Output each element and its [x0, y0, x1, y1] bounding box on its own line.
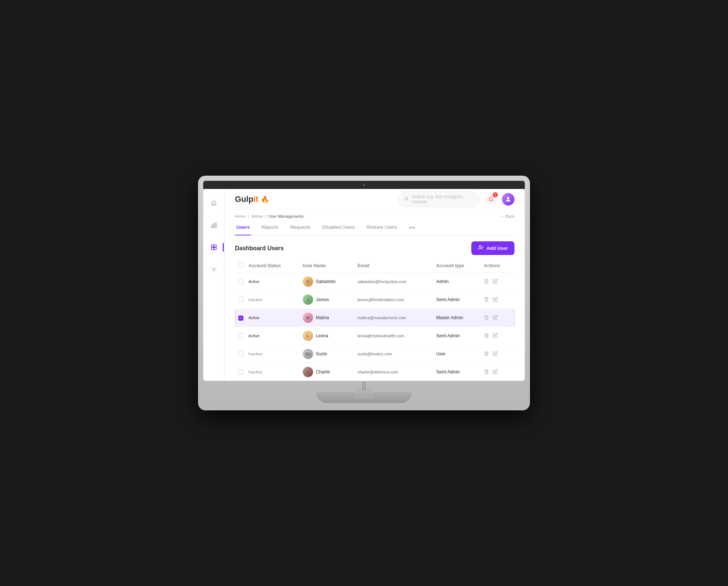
action-icons-6	[484, 369, 510, 375]
delete-icon-1[interactable]	[484, 279, 489, 285]
user-email-1: sabastein@hungrykya.com	[358, 279, 407, 284]
action-icons-4	[484, 333, 510, 339]
svg-point-10	[479, 245, 481, 247]
status-badge-5: Inactive	[249, 352, 263, 356]
page-title: Dashboard Users	[235, 245, 284, 252]
user-email-6: charlie@delicious.com	[358, 370, 398, 374]
status-badge-2: Inactive	[249, 297, 263, 302]
col-account-type: Account type	[436, 259, 484, 273]
breadcrumb-admin[interactable]: Admin	[251, 214, 263, 218]
col-account-status: Account Status	[249, 259, 303, 273]
search-icon	[404, 196, 409, 202]
tab-disabled-users[interactable]: Disabled Users	[321, 221, 356, 235]
col-checkbox	[235, 259, 249, 273]
user-email-5: suzie@foodoz.com	[358, 352, 392, 356]
user-avatar-2: J	[303, 294, 313, 305]
account-type-3: Master Admin	[436, 315, 463, 320]
delete-icon-6[interactable]	[484, 369, 489, 375]
edit-icon-4[interactable]	[493, 333, 498, 339]
user-name-2: James	[316, 297, 329, 302]
breadcrumb-home[interactable]: Home	[235, 214, 246, 218]
logo-text-gulp: Gulp	[235, 194, 253, 204]
delete-icon-5[interactable]	[484, 351, 489, 357]
account-type-6: Semi Admin	[436, 369, 460, 375]
add-user-label: Add User	[486, 245, 508, 251]
back-button[interactable]: ← Back	[500, 214, 514, 218]
edit-icon-5[interactable]	[493, 351, 498, 357]
svg-rect-2	[215, 223, 216, 228]
row-checkbox-1[interactable]	[238, 279, 243, 284]
user-email-4: leona@myfoodmylife.com	[358, 334, 405, 338]
delete-icon-3[interactable]	[484, 315, 489, 321]
edit-icon-3[interactable]	[493, 315, 498, 321]
user-avatar-6: C	[303, 367, 313, 377]
notification-button[interactable]: 1	[485, 193, 497, 205]
monitor-stand: 	[203, 381, 525, 410]
user-name-5: Suzie	[316, 351, 327, 356]
tab-restore-users[interactable]: Restore Users	[365, 221, 399, 235]
user-name-3: Malina	[316, 315, 329, 320]
tab-reports[interactable]: Reports	[260, 221, 280, 235]
user-email-3: malina@masalachock.com	[358, 316, 406, 320]
header-right: Search e.g. live instagram channel 1	[399, 192, 514, 207]
edit-icon-2[interactable]	[493, 297, 498, 303]
user-cell-5: Su Suzie	[303, 349, 353, 359]
sidebar-item-analytics[interactable]	[207, 218, 221, 232]
status-badge-4: Active	[249, 334, 260, 338]
user-cell-6: C Charlie	[303, 367, 353, 377]
tab-users[interactable]: Users	[235, 221, 251, 235]
action-icons-3	[484, 315, 510, 321]
svg-point-9	[507, 197, 509, 199]
row-checkbox-6[interactable]	[238, 369, 243, 374]
status-badge-3: Active	[249, 316, 260, 320]
content-area: Home / Admin / User Managements ← Back U…	[225, 210, 525, 381]
status-badge-6: Inactive	[249, 370, 263, 374]
svg-point-7	[213, 269, 215, 270]
delete-icon-2[interactable]	[484, 297, 489, 303]
user-cell-2: J James	[303, 294, 353, 305]
edit-icon-1[interactable]	[493, 279, 498, 285]
user-avatar-3: M	[303, 313, 313, 323]
account-type-5: User	[436, 351, 446, 356]
app-logo: Gulpit 🔥	[235, 194, 269, 204]
svg-point-8	[405, 197, 408, 200]
users-table: Account Status User Name Email Account t…	[235, 259, 514, 381]
page-section-header: Dashboard Users Add User	[235, 235, 514, 259]
main-content: Gulpit 🔥 Search e.g. live instagram chan…	[225, 189, 525, 381]
user-avatar-5: Su	[303, 349, 313, 359]
user-email-2: james@foodiestation.com	[358, 297, 405, 302]
col-email: Email	[358, 259, 436, 273]
add-user-icon	[478, 245, 484, 252]
row-checkbox-3[interactable]: ✓	[238, 316, 243, 321]
app-header: Gulpit 🔥 Search e.g. live instagram chan…	[225, 189, 525, 210]
action-icons-2	[484, 297, 510, 303]
tab-requests[interactable]: Requests	[289, 221, 312, 235]
edit-icon-6[interactable]	[493, 369, 498, 375]
row-checkbox-4[interactable]	[238, 333, 243, 338]
tabs-container: Users Reports Requests Disabled Users Re…	[235, 221, 514, 235]
sidebar-item-home[interactable]	[207, 196, 221, 210]
delete-icon-4[interactable]	[484, 333, 489, 339]
search-box[interactable]: Search e.g. live instagram channel	[399, 192, 480, 207]
row-checkbox-2[interactable]	[238, 297, 243, 302]
account-type-2: Semi Admin	[436, 297, 460, 302]
user-cell-3: M Malina	[303, 313, 353, 323]
user-avatar-1: S	[303, 276, 313, 287]
user-cell-4: L Leona	[303, 331, 353, 341]
user-avatar[interactable]	[502, 193, 514, 206]
tab-more-button[interactable]: •••	[408, 221, 417, 235]
sidebar-item-settings[interactable]	[207, 263, 221, 276]
account-type-4: Semi Admin	[436, 333, 460, 338]
account-type-1: Admin	[436, 279, 449, 284]
action-icons-1	[484, 279, 510, 285]
svg-rect-0	[211, 225, 212, 228]
svg-rect-4	[214, 245, 216, 247]
user-name-4: Leona	[316, 333, 328, 338]
breadcrumb-sep2: /	[265, 214, 266, 218]
sidebar-item-manage[interactable]	[207, 241, 221, 254]
user-name-6: Charlie	[316, 369, 330, 375]
row-checkbox-5[interactable]	[238, 351, 243, 356]
col-user-name: User Name	[303, 259, 358, 273]
add-user-button[interactable]: Add User	[471, 241, 514, 255]
select-all-checkbox[interactable]	[238, 262, 243, 268]
